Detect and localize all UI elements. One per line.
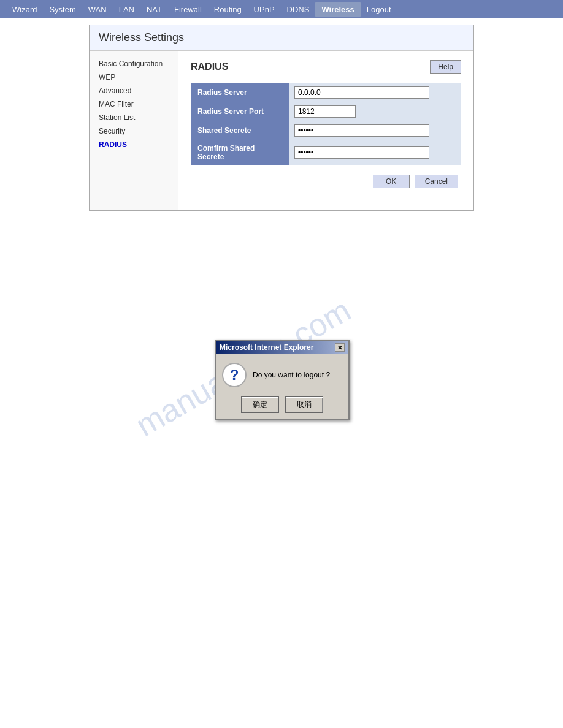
sidebar-item-basic-config[interactable]: Basic Configuration: [90, 57, 178, 70]
nav-wireless[interactable]: Wireless: [315, 2, 360, 17]
section-header: RADIUS Help: [191, 60, 461, 74]
dialog-question-icon: ?: [222, 363, 247, 387]
confirm-shared-secrete-cell: [289, 140, 461, 165]
sidebar-item-advanced[interactable]: Advanced: [90, 84, 178, 97]
shared-secrete-cell: [289, 121, 461, 140]
nav-firewall[interactable]: Firewall: [168, 2, 208, 17]
sidebar: Basic Configuration WEP Advanced MAC Fil…: [90, 51, 178, 210]
content-area: Basic Configuration WEP Advanced MAC Fil…: [90, 51, 473, 210]
confirm-shared-secrete-label: Comfirm Shared Secrete: [191, 140, 289, 165]
dialog-titlebar: Microsoft Internet Explorer ✕: [216, 341, 348, 354]
question-mark: ?: [230, 366, 239, 384]
ok-button[interactable]: OK: [373, 175, 410, 188]
confirm-shared-secrete-input[interactable]: [294, 146, 429, 159]
table-row: Radius Server: [191, 83, 461, 102]
table-row: Shared Secrete: [191, 121, 461, 140]
radius-server-port-cell: [289, 102, 461, 121]
radius-server-cell: [289, 83, 461, 102]
button-row: OK Cancel: [191, 175, 461, 188]
cancel-button[interactable]: Cancel: [415, 175, 458, 188]
section-title: RADIUS: [191, 61, 228, 72]
sidebar-item-station-list[interactable]: Station List: [90, 111, 178, 124]
shared-secrete-label: Shared Secrete: [191, 121, 289, 140]
nav-routing[interactable]: Routing: [208, 2, 248, 17]
help-button[interactable]: Help: [430, 60, 461, 74]
nav-wizard[interactable]: Wizard: [6, 2, 43, 17]
dialog-confirm-button[interactable]: 确定: [241, 396, 279, 413]
navbar: Wizard System WAN LAN NAT Firewall Routi…: [0, 0, 563, 18]
dialog-message-row: ? Do you want to logout ?: [222, 363, 342, 387]
dialog-overlay: Microsoft Internet Explorer ✕ ? Do you w…: [215, 340, 350, 420]
dialog-message: Do you want to logout ?: [253, 371, 330, 379]
nav-wan[interactable]: WAN: [82, 2, 113, 17]
dialog-buttons: 确定 取消: [222, 396, 342, 413]
sidebar-item-security[interactable]: Security: [90, 124, 178, 138]
radius-server-port-label: Radius Server Port: [191, 102, 289, 121]
sidebar-item-radius[interactable]: RADIUS: [90, 138, 178, 151]
dialog-close-button[interactable]: ✕: [335, 343, 345, 352]
radius-server-input[interactable]: [294, 86, 429, 99]
nav-nat[interactable]: NAT: [140, 2, 168, 17]
nav-system[interactable]: System: [43, 2, 82, 17]
page-container: Wireless Settings Basic Configuration WE…: [89, 25, 474, 211]
main-section: RADIUS Help Radius Server Radius Serv: [178, 51, 473, 210]
radius-form-table: Radius Server Radius Server Port: [191, 83, 461, 165]
radius-server-port-input[interactable]: [294, 105, 356, 118]
dialog-title: Microsoft Internet Explorer: [220, 343, 313, 352]
dialog-box: Microsoft Internet Explorer ✕ ? Do you w…: [215, 340, 350, 420]
nav-upnp[interactable]: UPnP: [248, 2, 281, 17]
radius-server-label: Radius Server: [191, 83, 289, 102]
shared-secrete-input[interactable]: [294, 124, 429, 137]
dialog-body: ? Do you want to logout ? 确定 取消: [216, 354, 348, 419]
nav-lan[interactable]: LAN: [113, 2, 140, 17]
sidebar-item-wep[interactable]: WEP: [90, 70, 178, 84]
sidebar-item-mac-filter[interactable]: MAC Filter: [90, 97, 178, 111]
page-title: Wireless Settings: [90, 25, 473, 51]
nav-logout[interactable]: Logout: [361, 2, 397, 17]
table-row: Radius Server Port: [191, 102, 461, 121]
nav-ddns[interactable]: DDNS: [281, 2, 316, 17]
table-row: Comfirm Shared Secrete: [191, 140, 461, 165]
dialog-cancel-button[interactable]: 取消: [285, 396, 323, 413]
